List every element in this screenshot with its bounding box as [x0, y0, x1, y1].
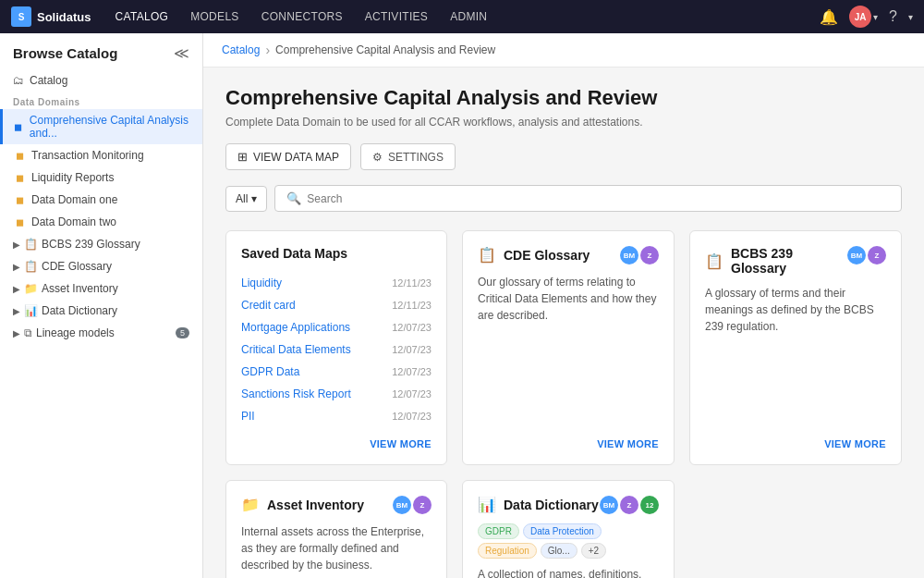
search-input[interactable] [307, 192, 890, 205]
nav-connectors[interactable]: CONNECTORS [252, 6, 352, 27]
saved-map-name[interactable]: PII [241, 410, 255, 423]
card-header: 📊 Data Dictionary BM Z 12 [478, 496, 659, 514]
sidebar-group-bcbs[interactable]: ▶ 📋 BCBS 239 Glossary [0, 233, 202, 255]
domain-icon: ◼ [13, 171, 26, 184]
settings-button[interactable]: ⚙ SETTINGS [360, 143, 456, 170]
saved-map-name[interactable]: Liquidity [241, 277, 282, 289]
lineage-icon: ⧉ [24, 326, 32, 339]
tag-gdpr[interactable]: GDPR [478, 523, 519, 539]
sidebar-item-label: Transaction Monitoring [31, 149, 144, 162]
lineage-badge: 5 [176, 327, 189, 338]
sidebar-item-label: Data Domain two [31, 215, 116, 228]
sidebar-item-label: Liquidity Reports [31, 171, 114, 184]
sidebar-item-catalog[interactable]: 🗂 Catalog [0, 69, 202, 92]
asset-inventory-card: 📁 Asset Inventory BM Z Internal assets a… [225, 480, 447, 578]
bcbs-glossary-view-more[interactable]: VIEW MORE [705, 427, 886, 449]
domain-icon: ◼ [13, 149, 26, 162]
card-header: 📋 BCBS 239 Glossary BM Z [705, 246, 886, 276]
sidebar-group-data-dict[interactable]: ▶ 📊 Data Dictionary [0, 300, 202, 322]
cde-glossary-name: CDE Glossary [504, 248, 590, 263]
breadcrumb-separator: › [265, 43, 270, 57]
sidebar-item-domain-one[interactable]: ◼ Data Domain one [0, 189, 202, 211]
logo[interactable]: S Solidatus [11, 6, 91, 27]
domain-icon: ◼ [13, 193, 26, 206]
data-dictionary-name: Data Dictionary [504, 498, 599, 512]
saved-map-date: 12/07/23 [392, 322, 432, 333]
card-avatars: BM Z [847, 246, 886, 264]
saved-map-name[interactable]: Critical Data Elements [241, 343, 351, 356]
sidebar-group-label: BCBS 239 Glossary [42, 238, 140, 251]
glossary-card-icon: 📋 [478, 246, 496, 264]
saved-map-item: GDPR Data 12/07/23 [241, 361, 432, 383]
notification-icon[interactable]: 🔔 [816, 6, 842, 28]
card-header-left: 📋 BCBS 239 Glossary [705, 246, 847, 276]
card-avatars: BM Z [620, 246, 659, 264]
filter-chevron-icon: ▾ [251, 192, 257, 205]
sidebar-group-lineage[interactable]: ▶ ⧉ Lineage models 5 [0, 322, 202, 344]
page-description: Complete Data Domain to be used for all … [225, 116, 902, 129]
saved-map-name[interactable]: GDPR Data [241, 365, 299, 378]
saved-data-maps-title: Saved Data Maps [241, 246, 432, 261]
asset-inventory-name: Asset Inventory [267, 498, 364, 512]
tag-more[interactable]: +2 [581, 543, 606, 559]
view-data-map-button[interactable]: ⊞ VIEW DATA MAP [225, 143, 351, 170]
saved-map-date: 12/07/23 [392, 411, 432, 422]
nav-activities[interactable]: ACTIVITIES [356, 6, 437, 27]
sidebar-item-label: Comprehensive Capital Analysis and... [30, 114, 189, 140]
sidebar-group-cde[interactable]: ▶ 📋 CDE Glossary [0, 255, 202, 277]
nav-admin[interactable]: ADMIN [441, 6, 496, 27]
sidebar-section-label: Data Domains [0, 92, 202, 109]
avatar-bm: BM [847, 246, 866, 264]
top-navigation: S Solidatus CATALOG MODELS CONNECTORS AC… [0, 0, 924, 33]
view-data-map-label: VIEW DATA MAP [253, 151, 339, 164]
saved-map-name[interactable]: Sanctions Risk Report [241, 387, 351, 400]
card-header-left: 📋 CDE Glossary [478, 246, 590, 264]
sidebar-group-asset[interactable]: ▶ 📁 Asset Inventory [0, 277, 202, 300]
tag-regulation[interactable]: Regulation [478, 543, 537, 559]
saved-map-item: Sanctions Risk Report 12/07/23 [241, 383, 432, 405]
help-icon[interactable]: ? [885, 6, 901, 27]
sidebar-item-domain-two[interactable]: ◼ Data Domain two [0, 211, 202, 233]
cde-glossary-view-more[interactable]: VIEW MORE [478, 427, 659, 449]
search-input-wrap[interactable]: 🔍 [274, 185, 902, 212]
asset-card-icon: 📁 [241, 496, 260, 513]
sidebar-title: Browse Catalog [13, 45, 117, 61]
saved-map-name[interactable]: Credit card [241, 299, 296, 312]
avatar-bm: BM [620, 246, 638, 264]
saved-maps-view-more[interactable]: VIEW MORE [241, 427, 432, 449]
sidebar-item-liquidity[interactable]: ◼ Liquidity Reports [0, 166, 202, 189]
card-avatars: BM Z [393, 496, 432, 514]
dict-icon: 📊 [24, 304, 38, 317]
cde-glossary-desc: Our glossary of terms relating to Critic… [478, 274, 659, 427]
dict-card-icon: 📊 [478, 496, 496, 513]
saved-data-maps-card: Saved Data Maps Liquidity 12/11/23 Credi… [225, 230, 447, 465]
sidebar-header: Browse Catalog ≪ [0, 33, 202, 69]
bcbs-glossary-card: 📋 BCBS 239 Glossary BM Z A glossary of t… [689, 230, 902, 465]
asset-inventory-desc: Internal assets across the Enterprise, a… [241, 523, 432, 578]
saved-map-date: 12/07/23 [392, 388, 432, 400]
breadcrumb-catalog-link[interactable]: Catalog [222, 43, 260, 56]
tag-glo[interactable]: Glo... [541, 543, 578, 559]
logo-text: Solidatus [37, 10, 91, 24]
expand-icon: ▶ [13, 240, 20, 250]
nav-models[interactable]: MODELS [181, 6, 248, 27]
saved-map-item: Mortgage Applications 12/07/23 [241, 316, 432, 338]
sidebar-item-transaction[interactable]: ◼ Transaction Monitoring [0, 144, 202, 166]
data-dictionary-desc: A collection of names, definitions, and … [478, 566, 659, 578]
card-tags: GDPR Data Protection Regulation Glo... +… [478, 523, 659, 559]
search-bar: All ▾ 🔍 [225, 185, 902, 212]
sidebar: Browse Catalog ≪ 🗂 Catalog Data Domains … [0, 33, 203, 578]
collapse-sidebar-button[interactable]: ≪ [174, 44, 189, 62]
tag-data-protection[interactable]: Data Protection [523, 523, 602, 539]
user-menu[interactable]: JA ▾ [849, 6, 878, 28]
saved-map-date: 12/11/23 [392, 277, 432, 289]
saved-map-name[interactable]: Mortgage Applications [241, 321, 350, 334]
filter-select[interactable]: All ▾ [225, 186, 267, 212]
sidebar-item-comprehensive[interactable]: ◼ Comprehensive Capital Analysis and... [0, 109, 202, 144]
settings-label: SETTINGS [388, 151, 444, 164]
sidebar-catalog-label: Catalog [30, 74, 67, 87]
nav-right: 🔔 JA ▾ ? ▾ [816, 6, 913, 28]
avatar: JA [849, 6, 871, 28]
nav-catalog[interactable]: CATALOG [106, 6, 178, 27]
expand-icon: ▶ [13, 328, 20, 338]
